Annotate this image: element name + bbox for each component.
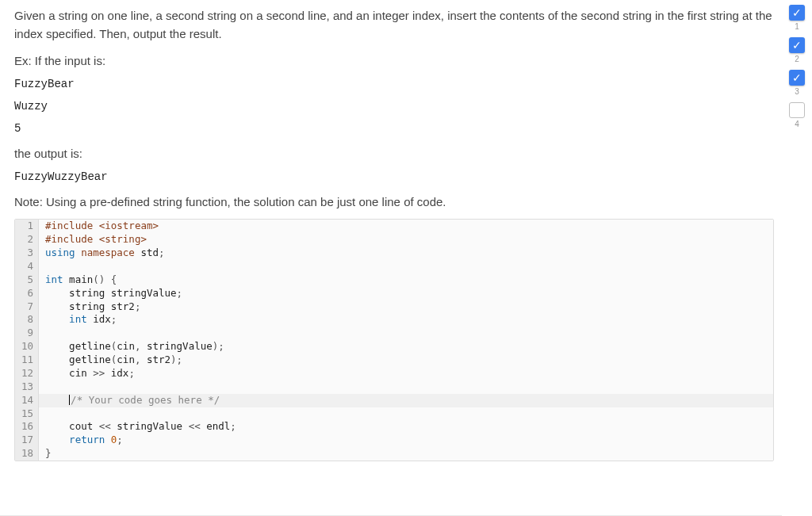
problem-description: Given a string on one line, a second str… bbox=[14, 6, 774, 211]
code-line[interactable]: 9 bbox=[15, 327, 773, 340]
code-text[interactable] bbox=[39, 260, 773, 273]
code-line[interactable]: 17 return 0; bbox=[15, 434, 773, 447]
line-number: 5 bbox=[15, 273, 39, 287]
line-number: 10 bbox=[15, 340, 39, 354]
progress-step-number: 3 bbox=[795, 87, 799, 96]
code-text[interactable]: #include <string> bbox=[39, 233, 773, 247]
code-line[interactable]: 16 cout << stringValue << endl; bbox=[15, 420, 773, 434]
code-text[interactable]: #include <iostream> bbox=[39, 220, 773, 233]
line-number: 18 bbox=[15, 447, 39, 461]
code-text[interactable] bbox=[39, 327, 773, 340]
code-text[interactable]: return 0; bbox=[39, 434, 773, 447]
code-line[interactable]: 7 string str2; bbox=[15, 300, 773, 314]
code-text[interactable]: getline(cin, str2); bbox=[39, 354, 773, 367]
code-line[interactable]: 2#include <string> bbox=[15, 233, 773, 247]
progress-checkbox-done[interactable]: ✓ bbox=[789, 70, 805, 86]
desc-paragraph: the output is: bbox=[14, 144, 774, 162]
line-number: 6 bbox=[15, 287, 39, 300]
code-line[interactable]: 11 getline(cin, str2); bbox=[15, 354, 773, 367]
code-text[interactable]: } bbox=[39, 447, 773, 461]
line-number: 9 bbox=[15, 327, 39, 340]
progress-step-number: 2 bbox=[795, 55, 799, 63]
line-number: 3 bbox=[15, 247, 39, 260]
code-line[interactable]: 14 /* Your code goes here */ bbox=[15, 394, 773, 407]
code-text[interactable]: getline(cin, stringValue); bbox=[39, 340, 773, 354]
code-text[interactable] bbox=[39, 380, 773, 394]
code-line[interactable]: 15 bbox=[15, 407, 773, 421]
code-line[interactable]: 3using namespace std; bbox=[15, 247, 773, 260]
progress-checkbox-done[interactable]: ✓ bbox=[789, 5, 805, 21]
sample-output-line: FuzzyWuzzyBear bbox=[14, 170, 774, 183]
code-text[interactable] bbox=[39, 407, 773, 421]
line-number: 15 bbox=[15, 407, 39, 421]
code-line[interactable]: 8 int idx; bbox=[15, 313, 773, 327]
check-icon: ✓ bbox=[792, 6, 802, 19]
line-number: 8 bbox=[15, 313, 39, 327]
code-text[interactable]: int idx; bbox=[39, 313, 773, 327]
sample-input-line: FuzzyBear bbox=[14, 78, 774, 90]
desc-paragraph: Given a string on one line, a second str… bbox=[14, 6, 774, 44]
line-number: 2 bbox=[15, 233, 39, 247]
code-line[interactable]: 18} bbox=[15, 447, 773, 461]
code-text[interactable]: string stringValue; bbox=[39, 287, 773, 300]
sample-input-line: 5 bbox=[14, 122, 774, 135]
code-editor[interactable]: 1#include <iostream>2#include <string>3u… bbox=[14, 219, 774, 461]
code-line[interactable]: 5int main() { bbox=[15, 273, 773, 287]
desc-paragraph: Note: Using a pre-defined string functio… bbox=[14, 193, 774, 211]
progress-checkbox-pending[interactable] bbox=[789, 102, 805, 118]
line-number: 17 bbox=[15, 434, 39, 447]
line-number: 16 bbox=[15, 420, 39, 434]
code-text[interactable]: int main() { bbox=[39, 273, 773, 287]
desc-paragraph: Ex: If the input is: bbox=[14, 52, 774, 70]
progress-sidebar: ✓1✓2✓34 bbox=[782, 0, 812, 516]
check-icon: ✓ bbox=[792, 39, 802, 52]
check-icon: ✓ bbox=[792, 71, 802, 84]
sample-input-line: Wuzzy bbox=[14, 100, 774, 113]
code-text[interactable]: /* Your code goes here */ bbox=[39, 394, 773, 407]
line-number: 1 bbox=[15, 220, 39, 233]
line-number: 12 bbox=[15, 367, 39, 380]
code-text[interactable]: cout << stringValue << endl; bbox=[39, 420, 773, 434]
line-number: 7 bbox=[15, 300, 39, 314]
code-text[interactable]: using namespace std; bbox=[39, 247, 773, 260]
progress-checkbox-done[interactable]: ✓ bbox=[789, 37, 805, 53]
text-cursor bbox=[69, 395, 70, 405]
code-line[interactable]: 10 getline(cin, stringValue); bbox=[15, 340, 773, 354]
line-number: 13 bbox=[15, 380, 39, 394]
code-line[interactable]: 1#include <iostream> bbox=[15, 220, 773, 233]
line-number: 14 bbox=[15, 394, 39, 407]
code-line[interactable]: 4 bbox=[15, 260, 773, 273]
line-number: 11 bbox=[15, 354, 39, 367]
problem-content: Given a string on one line, a second str… bbox=[0, 0, 782, 516]
code-text[interactable]: cin >> idx; bbox=[39, 367, 773, 380]
code-line[interactable]: 12 cin >> idx; bbox=[15, 367, 773, 380]
line-number: 4 bbox=[15, 260, 39, 273]
progress-step-number: 4 bbox=[795, 120, 799, 128]
code-line[interactable]: 13 bbox=[15, 380, 773, 394]
code-line[interactable]: 6 string stringValue; bbox=[15, 287, 773, 300]
code-text[interactable]: string str2; bbox=[39, 300, 773, 314]
progress-step-number: 1 bbox=[795, 22, 799, 31]
